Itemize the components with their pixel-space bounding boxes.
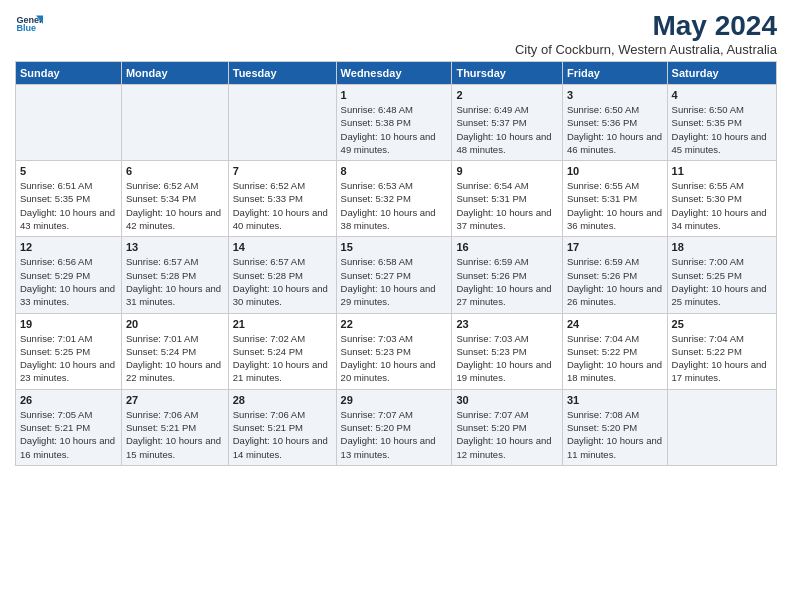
day-info: Sunrise: 7:07 AMSunset: 5:20 PMDaylight:… <box>456 408 558 461</box>
day-number: 3 <box>567 89 663 101</box>
day-number: 28 <box>233 394 332 406</box>
day-number: 4 <box>672 89 772 101</box>
day-number: 2 <box>456 89 558 101</box>
day-info: Sunrise: 7:08 AMSunset: 5:20 PMDaylight:… <box>567 408 663 461</box>
day-info: Sunrise: 7:02 AMSunset: 5:24 PMDaylight:… <box>233 332 332 385</box>
day-info: Sunrise: 6:56 AMSunset: 5:29 PMDaylight:… <box>20 255 117 308</box>
calendar-cell <box>16 85 122 161</box>
header-day: Wednesday <box>336 62 452 85</box>
calendar-cell: 22Sunrise: 7:03 AMSunset: 5:23 PMDayligh… <box>336 313 452 389</box>
header-day: Sunday <box>16 62 122 85</box>
day-number: 29 <box>341 394 448 406</box>
header-day: Friday <box>562 62 667 85</box>
calendar-cell: 15Sunrise: 6:58 AMSunset: 5:27 PMDayligh… <box>336 237 452 313</box>
calendar-header: SundayMondayTuesdayWednesdayThursdayFrid… <box>16 62 777 85</box>
header-row: SundayMondayTuesdayWednesdayThursdayFrid… <box>16 62 777 85</box>
calendar-cell: 27Sunrise: 7:06 AMSunset: 5:21 PMDayligh… <box>121 389 228 465</box>
calendar-cell: 12Sunrise: 6:56 AMSunset: 5:29 PMDayligh… <box>16 237 122 313</box>
day-info: Sunrise: 6:50 AMSunset: 5:35 PMDaylight:… <box>672 103 772 156</box>
subtitle: City of Cockburn, Western Australia, Aus… <box>515 42 777 57</box>
calendar-cell: 26Sunrise: 7:05 AMSunset: 5:21 PMDayligh… <box>16 389 122 465</box>
calendar-cell: 2Sunrise: 6:49 AMSunset: 5:37 PMDaylight… <box>452 85 563 161</box>
calendar-cell: 24Sunrise: 7:04 AMSunset: 5:22 PMDayligh… <box>562 313 667 389</box>
calendar-cell: 10Sunrise: 6:55 AMSunset: 5:31 PMDayligh… <box>562 161 667 237</box>
day-info: Sunrise: 7:06 AMSunset: 5:21 PMDaylight:… <box>126 408 224 461</box>
day-number: 15 <box>341 241 448 253</box>
calendar-cell: 1Sunrise: 6:48 AMSunset: 5:38 PMDaylight… <box>336 85 452 161</box>
day-info: Sunrise: 6:57 AMSunset: 5:28 PMDaylight:… <box>126 255 224 308</box>
header-day: Saturday <box>667 62 776 85</box>
day-info: Sunrise: 7:03 AMSunset: 5:23 PMDaylight:… <box>456 332 558 385</box>
day-number: 1 <box>341 89 448 101</box>
calendar-cell: 21Sunrise: 7:02 AMSunset: 5:24 PMDayligh… <box>228 313 336 389</box>
day-number: 8 <box>341 165 448 177</box>
day-info: Sunrise: 6:55 AMSunset: 5:30 PMDaylight:… <box>672 179 772 232</box>
day-number: 22 <box>341 318 448 330</box>
day-number: 24 <box>567 318 663 330</box>
day-info: Sunrise: 6:52 AMSunset: 5:33 PMDaylight:… <box>233 179 332 232</box>
calendar-week-row: 5Sunrise: 6:51 AMSunset: 5:35 PMDaylight… <box>16 161 777 237</box>
header-day: Thursday <box>452 62 563 85</box>
calendar-cell: 4Sunrise: 6:50 AMSunset: 5:35 PMDaylight… <box>667 85 776 161</box>
calendar-cell: 7Sunrise: 6:52 AMSunset: 5:33 PMDaylight… <box>228 161 336 237</box>
day-number: 17 <box>567 241 663 253</box>
calendar-cell <box>228 85 336 161</box>
calendar-cell: 16Sunrise: 6:59 AMSunset: 5:26 PMDayligh… <box>452 237 563 313</box>
day-info: Sunrise: 6:53 AMSunset: 5:32 PMDaylight:… <box>341 179 448 232</box>
calendar-cell: 31Sunrise: 7:08 AMSunset: 5:20 PMDayligh… <box>562 389 667 465</box>
day-info: Sunrise: 6:57 AMSunset: 5:28 PMDaylight:… <box>233 255 332 308</box>
title-block: May 2024 City of Cockburn, Western Austr… <box>515 10 777 57</box>
day-number: 20 <box>126 318 224 330</box>
header-day: Tuesday <box>228 62 336 85</box>
day-number: 9 <box>456 165 558 177</box>
day-info: Sunrise: 7:01 AMSunset: 5:25 PMDaylight:… <box>20 332 117 385</box>
calendar-week-row: 12Sunrise: 6:56 AMSunset: 5:29 PMDayligh… <box>16 237 777 313</box>
day-info: Sunrise: 7:07 AMSunset: 5:20 PMDaylight:… <box>341 408 448 461</box>
calendar-cell: 3Sunrise: 6:50 AMSunset: 5:36 PMDaylight… <box>562 85 667 161</box>
day-number: 14 <box>233 241 332 253</box>
day-number: 18 <box>672 241 772 253</box>
day-info: Sunrise: 6:55 AMSunset: 5:31 PMDaylight:… <box>567 179 663 232</box>
logo: General Blue <box>15 10 43 38</box>
calendar-week-row: 1Sunrise: 6:48 AMSunset: 5:38 PMDaylight… <box>16 85 777 161</box>
calendar-body: 1Sunrise: 6:48 AMSunset: 5:38 PMDaylight… <box>16 85 777 466</box>
day-number: 27 <box>126 394 224 406</box>
calendar-cell: 13Sunrise: 6:57 AMSunset: 5:28 PMDayligh… <box>121 237 228 313</box>
day-info: Sunrise: 6:48 AMSunset: 5:38 PMDaylight:… <box>341 103 448 156</box>
day-info: Sunrise: 7:04 AMSunset: 5:22 PMDaylight:… <box>672 332 772 385</box>
day-number: 10 <box>567 165 663 177</box>
day-number: 6 <box>126 165 224 177</box>
day-number: 19 <box>20 318 117 330</box>
day-info: Sunrise: 6:52 AMSunset: 5:34 PMDaylight:… <box>126 179 224 232</box>
day-info: Sunrise: 7:03 AMSunset: 5:23 PMDaylight:… <box>341 332 448 385</box>
day-number: 12 <box>20 241 117 253</box>
day-info: Sunrise: 6:51 AMSunset: 5:35 PMDaylight:… <box>20 179 117 232</box>
calendar-cell: 28Sunrise: 7:06 AMSunset: 5:21 PMDayligh… <box>228 389 336 465</box>
day-info: Sunrise: 7:06 AMSunset: 5:21 PMDaylight:… <box>233 408 332 461</box>
day-info: Sunrise: 7:00 AMSunset: 5:25 PMDaylight:… <box>672 255 772 308</box>
day-info: Sunrise: 6:54 AMSunset: 5:31 PMDaylight:… <box>456 179 558 232</box>
logo-icon: General Blue <box>15 10 43 38</box>
day-info: Sunrise: 6:50 AMSunset: 5:36 PMDaylight:… <box>567 103 663 156</box>
day-number: 30 <box>456 394 558 406</box>
calendar-week-row: 19Sunrise: 7:01 AMSunset: 5:25 PMDayligh… <box>16 313 777 389</box>
day-number: 25 <box>672 318 772 330</box>
day-info: Sunrise: 6:59 AMSunset: 5:26 PMDaylight:… <box>456 255 558 308</box>
day-number: 23 <box>456 318 558 330</box>
calendar-cell: 17Sunrise: 6:59 AMSunset: 5:26 PMDayligh… <box>562 237 667 313</box>
calendar-cell: 6Sunrise: 6:52 AMSunset: 5:34 PMDaylight… <box>121 161 228 237</box>
calendar-cell: 19Sunrise: 7:01 AMSunset: 5:25 PMDayligh… <box>16 313 122 389</box>
calendar-cell: 11Sunrise: 6:55 AMSunset: 5:30 PMDayligh… <box>667 161 776 237</box>
calendar-cell: 23Sunrise: 7:03 AMSunset: 5:23 PMDayligh… <box>452 313 563 389</box>
day-info: Sunrise: 6:58 AMSunset: 5:27 PMDaylight:… <box>341 255 448 308</box>
day-number: 31 <box>567 394 663 406</box>
day-number: 11 <box>672 165 772 177</box>
calendar-cell: 5Sunrise: 6:51 AMSunset: 5:35 PMDaylight… <box>16 161 122 237</box>
day-number: 5 <box>20 165 117 177</box>
calendar-table: SundayMondayTuesdayWednesdayThursdayFrid… <box>15 61 777 466</box>
calendar-cell: 18Sunrise: 7:00 AMSunset: 5:25 PMDayligh… <box>667 237 776 313</box>
svg-text:Blue: Blue <box>16 23 36 33</box>
day-number: 26 <box>20 394 117 406</box>
day-info: Sunrise: 6:49 AMSunset: 5:37 PMDaylight:… <box>456 103 558 156</box>
header-day: Monday <box>121 62 228 85</box>
